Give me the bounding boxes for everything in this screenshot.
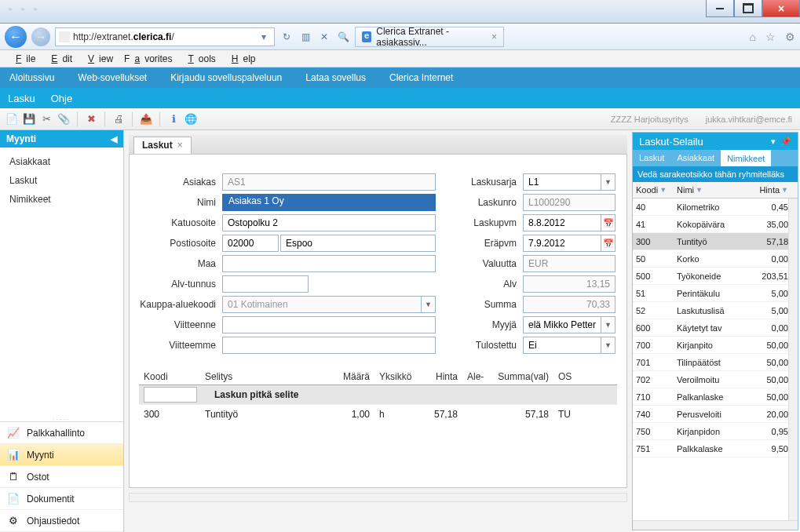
filter-icon[interactable]: ▼ [781,186,788,194]
group-by-bar[interactable]: Vedä sarakeotsikko tähän ryhmitelläks [633,166,798,182]
browse-hscrollbar[interactable] [633,520,798,530]
menu-help[interactable]: Help [222,52,261,66]
calendar-icon[interactable]: 📅 [601,214,616,231]
browse-row[interactable]: 50Korko0,00 [633,250,798,268]
sidebar-collapse-icon[interactable]: ◀ [111,134,117,144]
browse-col-koodi[interactable]: Koodi▼ [633,182,674,198]
invoice-line-row[interactable]: 300 Tuntityö 1,00 h 57,18 57,18 TU [139,404,617,423]
chevron-down-icon[interactable]: ▼ [601,337,616,354]
maa-field[interactable] [222,255,436,272]
col-hinta[interactable]: Hinta [415,371,462,382]
browse-row[interactable]: 600Käytetyt tav0,00 [633,319,798,337]
submenu-lasku[interactable]: Lasku [8,93,35,104]
asiakas-field[interactable] [222,173,436,191]
katuosoite-field[interactable] [222,214,436,231]
laskupvm-field[interactable] [523,214,601,231]
browse-tab-asiakkaat[interactable]: Asiakkaat [670,150,721,166]
module-palkkahallinto[interactable]: 📈Palkkahallinto [0,422,123,444]
lines-new-koodi-input[interactable] [144,387,197,403]
cut-icon[interactable]: ✂ [39,112,53,126]
compat-icon[interactable]: ▥ [298,30,312,44]
menu-view[interactable]: View [79,52,118,66]
chevron-down-icon[interactable]: ▼ [601,173,616,191]
delete-icon[interactable]: ✖ [84,112,98,126]
nav-kirjaudu[interactable]: Kirjaudu sovelluspalveluun [170,72,282,83]
browse-vscrollbar[interactable] [788,199,798,520]
chevron-down-icon[interactable]: ▼ [422,296,436,313]
viitteemme-field[interactable] [222,337,436,354]
browse-col-hinta[interactable]: Hinta▼ [747,182,791,198]
filter-icon[interactable]: ▼ [659,186,667,194]
browse-row[interactable]: 700Kirjanpito50,00 [633,337,798,354]
window-maximize-button[interactable] [734,0,762,17]
browse-col-nimi[interactable]: Nimi▼ [674,182,747,198]
col-koodi[interactable]: Koodi [139,371,200,382]
sidebar-item-nimikkeet[interactable]: Nimikkeet [0,190,123,209]
filter-icon[interactable]: ▼ [696,186,703,194]
info-icon[interactable]: ℹ [166,112,181,126]
doc-tab-laskut[interactable]: Laskut × [133,137,192,154]
calendar-icon[interactable]: 📅 [601,235,616,252]
browse-tab-laskut[interactable]: Laskut [633,150,670,166]
module-ohjaustiedot[interactable]: ⚙Ohjaustiedot [0,510,123,532]
lines-edit-row[interactable]: Laskun pitkä selite [139,385,617,404]
home-icon[interactable]: ⌂ [750,31,756,43]
alvtunnus-field[interactable] [222,275,309,293]
tulostettu-field[interactable] [523,337,601,354]
browse-row[interactable]: 500Työkoneide203,51 [633,268,798,285]
new-icon[interactable]: 📄 [5,112,19,126]
col-ale[interactable]: Ale- [462,371,489,382]
sidebar-item-asiakkaat[interactable]: Asiakkaat [0,152,123,171]
nav-back-button[interactable]: ← [5,26,27,48]
menu-favorites[interactable]: Favorites [119,52,177,66]
viitteenne-field[interactable] [222,316,436,333]
browse-row[interactable]: 702Veroilmoitu50,00 [633,371,798,388]
erapvm-field[interactable] [523,235,601,252]
browse-row[interactable]: 41Kokopäivära35,00 [633,216,798,233]
stop-icon[interactable]: ✕ [317,30,331,44]
nav-websovellukset[interactable]: Web-sovellukset [78,72,147,83]
col-yksikko[interactable]: Yksikkö [374,371,415,382]
laskusarja-field[interactable] [523,173,601,191]
nav-internet[interactable]: Clerica Internet [389,72,453,83]
attach-icon[interactable]: 📎 [57,112,71,126]
address-bar[interactable]: http://extranet.clerica.fi/ ▾ [55,27,275,46]
browse-row[interactable]: 750Kirjanpidon0,95 [633,423,798,440]
browse-row[interactable]: 52Laskutuslisä5,00 [633,302,798,319]
chevron-down-icon[interactable]: ▼ [601,316,616,333]
postinro-field[interactable] [222,235,279,252]
export-icon[interactable]: 📤 [139,112,153,126]
window-close-button[interactable]: × [762,0,800,17]
panel-pin-icon[interactable]: 📌 [780,137,791,147]
tab-close-icon[interactable]: × [491,31,497,42]
center-hscrollbar[interactable] [129,493,627,502]
nav-lataa[interactable]: Lataa sovellus [305,72,366,83]
kauppa-aluekoodi-field[interactable] [222,296,422,313]
favorites-icon[interactable]: ☆ [765,31,776,43]
module-myynti[interactable]: 📊Myynti [0,444,123,466]
globe-icon[interactable]: 🌐 [184,112,198,126]
doc-tab-close-icon[interactable]: × [177,140,183,151]
myyja-field[interactable] [523,316,601,333]
print-icon[interactable]: 🖨 [111,112,126,126]
browse-row[interactable]: 751Palkkalaske9,50 [633,440,798,457]
sidebar-item-laskut[interactable]: Laskut [0,171,123,190]
window-minimize-button[interactable] [706,0,734,17]
menu-tools[interactable]: Tools [178,52,220,66]
url-dropdown-icon[interactable]: ▾ [257,30,271,44]
module-ostot[interactable]: 🗒Ostot [0,466,123,488]
save-icon[interactable]: 💾 [22,112,36,126]
col-os[interactable]: OS [553,371,577,382]
refresh-icon[interactable]: ↻ [279,30,294,44]
submenu-ohje[interactable]: Ohje [51,93,72,104]
nimi-field[interactable]: Asiakas 1 Oy [222,194,436,211]
browse-row[interactable]: 40Kilometriko0,45 [633,199,798,216]
settings-gear-icon[interactable]: ⚙ [785,31,795,43]
browser-tab[interactable]: Clerica Extranet - asiakassiv... × [355,27,504,47]
col-summaval[interactable]: Summa(val) [489,371,553,382]
browse-row[interactable]: 740Perusveloiti20,00 [633,406,798,423]
browse-row[interactable]: 300Tuntityö57,18 [633,233,798,250]
nav-aloitussivu[interactable]: Aloitussivu [9,72,54,83]
browse-row[interactable]: 710Palkanlaske50,00 [633,388,798,406]
menu-edit[interactable]: Edit [42,52,77,66]
